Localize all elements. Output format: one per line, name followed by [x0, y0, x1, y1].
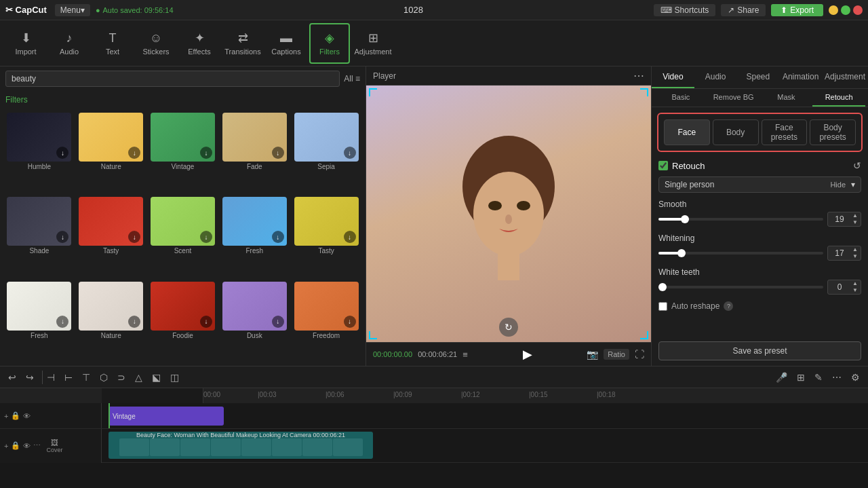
track-eye-video-button[interactable]: 👁: [23, 442, 31, 450]
project-title: 1028: [179, 5, 648, 15]
save-preset-button[interactable]: Save as preset: [658, 341, 861, 360]
retouch-tab-body-presets[interactable]: Body presets: [810, 119, 856, 145]
filter-item[interactable]: ↓ Humble: [5, 113, 73, 193]
minimize-button[interactable]: [829, 5, 838, 15]
whitening-down-button[interactable]: ▼: [851, 253, 859, 260]
person-select-dropdown[interactable]: Single person Hide ▾: [658, 176, 861, 193]
auto-reshape-toggle[interactable]: [658, 302, 667, 311]
retouch-reset-button[interactable]: ↺: [853, 160, 861, 171]
video-clip[interactable]: Beauty Face: Woman With Beautiful Makeup…: [108, 432, 373, 459]
snapshot-button[interactable]: 📷: [587, 349, 598, 360]
timeline-split-button[interactable]: ⊣: [42, 371, 58, 384]
tab-video[interactable]: Video: [652, 67, 694, 88]
track-lock-button[interactable]: 🔒: [11, 411, 20, 420]
player-area[interactable]: ↻: [366, 86, 651, 342]
search-input[interactable]: [5, 71, 340, 87]
timeline-connect-button[interactable]: ⊞: [794, 371, 808, 384]
timeline-freeze-button[interactable]: ⬡: [97, 371, 111, 384]
track-add-video-button[interactable]: +: [4, 442, 8, 450]
all-filter-button[interactable]: All ≡: [344, 74, 360, 83]
tab-animation[interactable]: Animation: [779, 67, 822, 88]
smooth-thumb[interactable]: [681, 215, 689, 223]
play-button[interactable]: ▶: [473, 347, 581, 362]
timeline-more-button[interactable]: ⋯: [829, 371, 844, 384]
filter-item[interactable]: ↓ Sepia: [292, 113, 360, 193]
track-add-button[interactable]: +: [4, 412, 8, 420]
smooth-input[interactable]: [828, 214, 851, 224]
ratio-button[interactable]: Ratio: [604, 349, 629, 360]
tool-import[interactable]: ⬇ Import: [5, 23, 46, 64]
track-more-video-button[interactable]: ⋯: [33, 441, 41, 450]
share-button[interactable]: ↗ Share: [721, 4, 766, 16]
filter-item[interactable]: ↓ Freedom: [292, 282, 360, 362]
retouch-tab-face[interactable]: Face: [664, 119, 710, 145]
export-button[interactable]: ⬆ Export: [771, 4, 823, 16]
tool-effects[interactable]: ✦ Effects: [179, 23, 220, 64]
retouch-tab-body[interactable]: Body: [713, 119, 759, 145]
timeline-rotate-button[interactable]: △: [132, 371, 145, 384]
keyframe-list-button[interactable]: ≡: [462, 350, 468, 360]
filter-item[interactable]: ↓ Foodie: [149, 282, 217, 362]
filter-item[interactable]: ↓ Fresh: [220, 197, 288, 277]
smooth-up-button[interactable]: ▲: [851, 212, 859, 219]
whiteteeth-up-button[interactable]: ▲: [851, 280, 859, 287]
cover-button[interactable]: 🖼: [51, 438, 58, 447]
tool-text[interactable]: T Text: [92, 23, 133, 64]
timeline-redo-button[interactable]: ↪: [23, 371, 37, 384]
filter-item[interactable]: ↓ Fade: [220, 113, 288, 193]
rotate-icon[interactable]: ↻: [499, 318, 518, 337]
timeline-settings-button[interactable]: ⚙: [848, 371, 863, 384]
shortcuts-button[interactable]: ⌨ Shortcuts: [654, 4, 716, 16]
filter-item[interactable]: ↓ Vintage: [149, 113, 217, 193]
tool-filters[interactable]: ◈ Filters: [309, 23, 350, 64]
track-lock-video-button[interactable]: 🔒: [11, 441, 20, 450]
question-icon[interactable]: ?: [724, 301, 733, 311]
filter-item[interactable]: ↓ Nature: [77, 113, 145, 193]
whiteteeth-thumb[interactable]: [658, 283, 667, 291]
whiteteeth-down-button[interactable]: ▼: [851, 287, 859, 294]
timeline-crop-button[interactable]: ⊤: [79, 371, 93, 384]
tool-adjustment[interactable]: ⊞ Adjustment: [353, 23, 393, 64]
timeline-edit-button[interactable]: ✎: [812, 371, 825, 384]
smooth-down-button[interactable]: ▼: [851, 219, 859, 226]
whitening-thumb[interactable]: [677, 249, 686, 257]
retouch-toggle[interactable]: [658, 161, 668, 170]
filter-thumb: ↓: [222, 282, 287, 331]
track-eye-button[interactable]: 👁: [23, 412, 31, 420]
tool-stickers[interactable]: ☺ Stickers: [136, 23, 176, 64]
player-menu-button[interactable]: ⋯: [633, 69, 644, 82]
subtab-retouch[interactable]: Retouch: [812, 89, 865, 107]
filter-item[interactable]: ↓ Dusk: [220, 282, 288, 362]
svg-point-4: [505, 214, 512, 224]
subtab-basic[interactable]: Basic: [654, 89, 707, 107]
filter-item[interactable]: ↓ Tasty: [292, 197, 360, 277]
maximize-button[interactable]: [841, 5, 850, 15]
tool-audio[interactable]: ♪ Audio: [49, 23, 90, 64]
filter-item[interactable]: ↓ Nature: [77, 282, 145, 362]
timeline-mirror-button[interactable]: ⊃: [115, 371, 128, 384]
timeline-auto-button[interactable]: ⬕: [149, 371, 163, 384]
filter-item[interactable]: ↓ Tasty: [77, 197, 145, 277]
tab-audio[interactable]: Audio: [694, 67, 737, 88]
subtab-removebg[interactable]: Remove BG: [707, 89, 760, 107]
subtab-mask[interactable]: Mask: [760, 89, 813, 107]
tool-transitions[interactable]: ⇄ Transitions: [222, 23, 263, 64]
timeline-layout-button[interactable]: ◫: [167, 371, 182, 384]
whitening-input[interactable]: [828, 248, 851, 258]
tab-speed[interactable]: Speed: [737, 67, 780, 88]
close-button[interactable]: [853, 5, 863, 15]
filter-item[interactable]: ↓ Shade: [5, 197, 73, 277]
whitening-up-button[interactable]: ▲: [851, 246, 859, 253]
filter-item[interactable]: ↓ Scent: [149, 197, 217, 277]
menu-button[interactable]: Menu▾: [55, 4, 90, 16]
tool-captions[interactable]: ▬ Captions: [266, 23, 307, 64]
fullscreen-button[interactable]: ⛶: [635, 349, 644, 360]
retouch-tab-face-presets[interactable]: Face presets: [762, 119, 808, 145]
tab-adjustment[interactable]: Adjustment: [822, 67, 868, 88]
timeline-undo-button[interactable]: ↩: [5, 371, 19, 384]
whiteteeth-input[interactable]: [828, 282, 851, 292]
filter-item[interactable]: ↓ Fresh: [5, 282, 73, 362]
timeline-trim-button[interactable]: ⊢: [62, 371, 75, 384]
timeline-mic-button[interactable]: 🎤: [773, 371, 790, 384]
effect-clip[interactable]: Vintage: [108, 407, 224, 426]
